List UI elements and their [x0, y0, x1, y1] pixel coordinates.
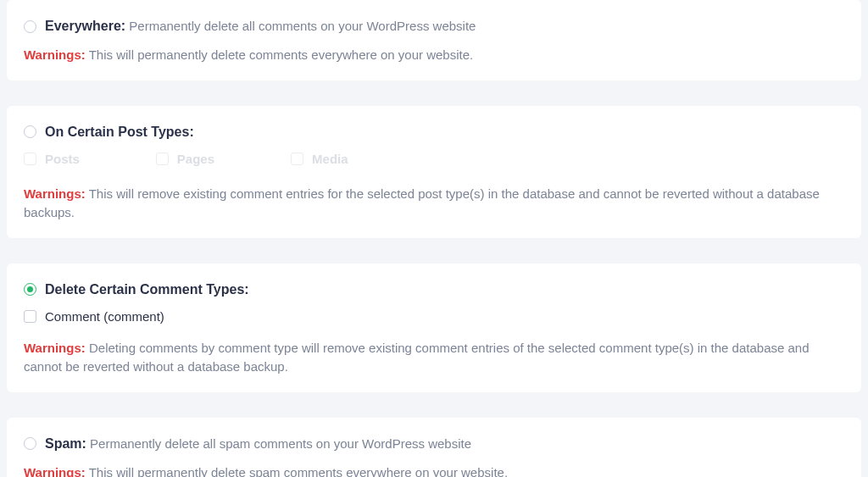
warning-text: This will permanently delete spam commen… [89, 465, 508, 478]
checkbox-comment[interactable] [24, 310, 36, 323]
option-row-spam: Spam: Permanently delete all spam commen… [24, 436, 844, 452]
checkbox-posts[interactable] [24, 153, 36, 165]
checkbox-label-comment: Comment (comment) [45, 309, 164, 324]
radio-comment-types[interactable] [24, 283, 36, 296]
option-card-post-types: On Certain Post Types: Posts Pages Media… [7, 106, 861, 238]
warning-post-types: Warnings: This will remove existing comm… [24, 185, 844, 223]
comment-types-checkboxes: Comment (comment) [24, 309, 844, 324]
checkbox-label-media: Media [312, 152, 348, 166]
checkbox-pages[interactable] [156, 153, 169, 165]
warning-comment-types: Warnings: Deleting comments by comment t… [24, 339, 844, 377]
radio-post-types[interactable] [24, 125, 36, 138]
warning-label: Warnings: [24, 341, 86, 355]
radio-dot-icon [27, 286, 33, 292]
option-row-comment-types: Delete Certain Comment Types: [24, 282, 844, 297]
checkbox-item-pages: Pages [156, 152, 214, 166]
checkbox-item-media: Media [291, 152, 348, 166]
option-desc-spam: Permanently delete all spam comments on … [90, 436, 471, 451]
checkbox-label-posts: Posts [45, 152, 80, 166]
warning-label: Warnings: [24, 186, 86, 201]
option-card-comment-types: Delete Certain Comment Types: Comment (c… [7, 263, 861, 392]
option-text: Everywhere: Permanently delete all comme… [45, 19, 476, 34]
checkbox-item-posts: Posts [24, 152, 80, 166]
checkbox-label-pages: Pages [177, 152, 214, 166]
warning-text: Deleting comments by comment type will r… [24, 341, 810, 374]
checkbox-media[interactable] [291, 153, 303, 165]
option-row-everywhere: Everywhere: Permanently delete all comme… [24, 19, 844, 34]
radio-everywhere[interactable] [24, 20, 36, 33]
option-row-post-types: On Certain Post Types: [24, 125, 844, 140]
warning-label: Warnings: [24, 47, 86, 62]
checkbox-item-comment: Comment (comment) [24, 309, 164, 324]
option-text: Spam: Permanently delete all spam commen… [45, 436, 471, 452]
post-types-checkboxes: Posts Pages Media [24, 152, 844, 166]
warning-spam: Warnings: This will permanently delete s… [24, 463, 844, 478]
warning-everywhere: Warnings: This will permanently delete c… [24, 46, 844, 65]
option-title-spam: Spam: [45, 436, 86, 451]
option-title-post-types: On Certain Post Types: [45, 125, 194, 140]
option-title-everywhere: Everywhere: [45, 19, 125, 33]
radio-spam[interactable] [24, 437, 36, 450]
option-title-comment-types: Delete Certain Comment Types: [45, 282, 249, 297]
option-desc-everywhere: Permanently delete all comments on your … [129, 19, 476, 33]
option-card-everywhere: Everywhere: Permanently delete all comme… [7, 0, 861, 80]
warning-text: This will remove existing comment entrie… [24, 186, 820, 220]
warning-label: Warnings: [24, 465, 86, 478]
option-card-spam: Spam: Permanently delete all spam commen… [7, 418, 861, 478]
warning-text: This will permanently delete comments ev… [89, 47, 474, 62]
